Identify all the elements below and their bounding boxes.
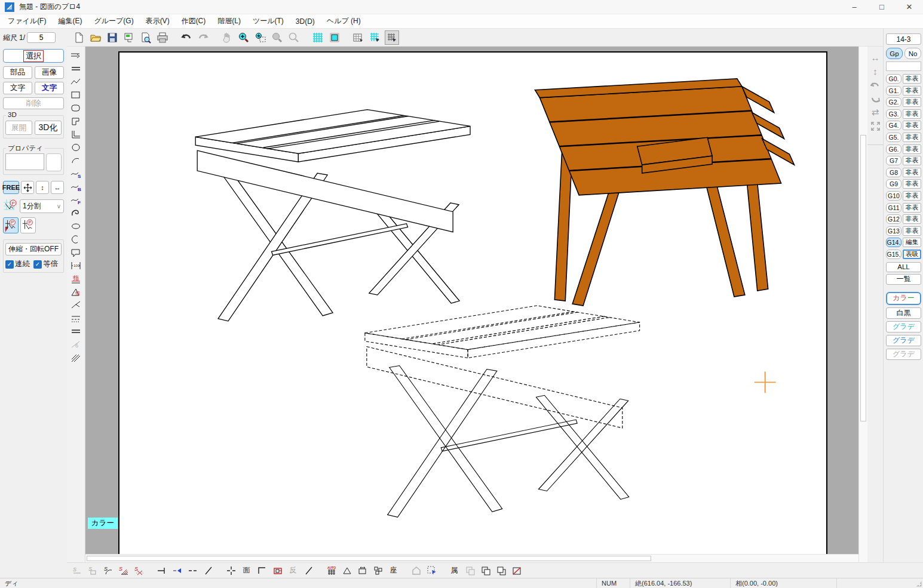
part-button[interactable]: 部品 — [3, 66, 32, 79]
rectangle-icon[interactable] — [69, 88, 83, 101]
move-all-directions-button[interactable] — [21, 181, 34, 194]
layer-g7-state[interactable]: 非表 — [903, 156, 921, 165]
layer-g13-button[interactable]: G13 — [886, 226, 901, 236]
flip-vertical-icon[interactable]: ↕ — [869, 65, 881, 77]
swap-icon[interactable]: ⇄ — [869, 106, 881, 118]
grid-snap-icon[interactable]: P — [3, 199, 18, 214]
vertical-scrollbar[interactable] — [858, 47, 867, 562]
print-icon[interactable] — [155, 30, 170, 45]
divide-select[interactable]: 1分割 ∨ — [20, 199, 64, 213]
layer-g14-button[interactable]: G14. — [886, 238, 901, 247]
layer-g14-state[interactable]: 編集 — [903, 238, 921, 247]
text-button[interactable]: 文字 — [3, 82, 32, 94]
snap-free-icon[interactable]: S — [70, 564, 83, 577]
layer-g5-state[interactable]: 非表 — [903, 133, 921, 142]
menu-layer[interactable]: 階層(L) — [212, 14, 246, 28]
horizontal-scrollbar[interactable] — [85, 554, 858, 562]
flip-horizontal-icon[interactable]: ↔ — [869, 51, 881, 63]
slash-icon[interactable] — [202, 564, 214, 577]
layer-g9-state[interactable]: 非表 — [903, 179, 921, 189]
attribute-icon[interactable]: 属 — [448, 564, 461, 577]
group-mode-button[interactable]: Gp — [886, 48, 903, 59]
pan-hand-icon[interactable] — [220, 30, 234, 45]
rotate-left-icon[interactable] — [869, 79, 881, 91]
background-color-icon[interactable] — [327, 30, 342, 45]
open-file-icon[interactable] — [88, 30, 103, 45]
to-3d-button[interactable]: 3D化 — [35, 121, 62, 135]
all-layers-button[interactable]: ALL — [886, 262, 921, 272]
layer-g1-button[interactable]: G1. — [886, 86, 901, 96]
menu-edit[interactable]: 編集(E) — [53, 14, 87, 28]
layer-g3-button[interactable]: G3. — [886, 109, 901, 119]
point-arrow-icon[interactable] — [171, 564, 183, 577]
layer-g5-button[interactable]: G5. — [886, 133, 901, 142]
zoom-out-icon[interactable] — [270, 30, 284, 45]
dash-pair-icon[interactable] — [186, 564, 199, 577]
number-mode-button[interactable]: No — [904, 48, 921, 59]
layer-g0-state[interactable]: 非表 — [903, 74, 921, 84]
balloon-icon[interactable] — [69, 246, 83, 258]
layer-g10-state[interactable]: 非表 — [903, 191, 921, 201]
vertical-scrollbar-thumb[interactable] — [860, 135, 866, 421]
property-button[interactable] — [46, 153, 62, 171]
layer-list-button[interactable]: 一覧 — [886, 274, 921, 285]
free-move-button[interactable]: FREE — [3, 181, 19, 194]
menu-3d[interactable]: 3D(D) — [290, 16, 320, 27]
layer-grid-settings-icon[interactable] — [385, 30, 399, 45]
property-field[interactable] — [5, 153, 44, 170]
open-arc-icon[interactable] — [69, 233, 83, 245]
line-arrow-icon[interactable] — [69, 49, 83, 61]
horizontal-scrollbar-thumb[interactable] — [87, 556, 651, 561]
equal-scale-checkbox[interactable]: ✓ 等倍 — [33, 259, 58, 269]
layer-g4-state[interactable]: 非表 — [903, 121, 921, 130]
polygon-icon[interactable] — [69, 115, 83, 127]
spline-b-icon[interactable]: B — [69, 180, 83, 193]
rotate-right-icon[interactable] — [869, 93, 881, 104]
dim-marker-icon[interactable]: 指 — [69, 272, 83, 285]
snap-hatch-icon[interactable]: S — [117, 564, 130, 577]
center-mark-icon[interactable] — [225, 564, 237, 577]
save-icon[interactable] — [105, 30, 119, 45]
continuous-checkbox[interactable]: ✓ 連続 — [5, 259, 30, 269]
menu-tool[interactable]: ツール(T) — [247, 14, 289, 28]
scale-input[interactable] — [27, 32, 56, 43]
slash-2-icon[interactable] — [302, 564, 315, 577]
auto-dimension-icon[interactable]: AUTO — [325, 564, 338, 577]
overlap-front-icon[interactable] — [479, 564, 492, 577]
grid-settings-icon[interactable] — [368, 30, 382, 45]
circle-icon[interactable] — [69, 141, 83, 153]
layer-g7-button[interactable]: G7 — [886, 156, 901, 165]
linetype-double-icon[interactable] — [69, 325, 83, 337]
parallel-lines-icon[interactable] — [69, 62, 83, 75]
redo-icon[interactable] — [196, 30, 210, 45]
display-gradient3-button[interactable]: グラデ — [886, 349, 921, 360]
snap-arc-icon[interactable]: S — [102, 564, 114, 577]
layer-g10-button[interactable]: G10 — [886, 191, 901, 201]
zoom-previous-icon[interactable] — [287, 30, 301, 45]
hatch-lines-icon[interactable] — [69, 351, 83, 364]
delete-button[interactable]: 削除 — [3, 97, 64, 109]
layer-g15-state[interactable]: 表吸 — [903, 250, 921, 259]
new-file-icon[interactable] — [72, 30, 86, 45]
diagonal-box-icon[interactable] — [510, 564, 523, 577]
display-mono-button[interactable]: 白黒 — [886, 307, 921, 319]
layer-g9-button[interactable]: G9 — [886, 179, 901, 189]
layer-g13-state[interactable]: 非表 — [903, 226, 921, 236]
mid-box-icon[interactable] — [271, 564, 284, 577]
snap-point-on-button[interactable]: P — [3, 217, 19, 233]
layer-g12-button[interactable]: G12 — [886, 214, 901, 224]
layer-g3-state[interactable]: 非表 — [903, 109, 921, 119]
layer-name-field[interactable] — [886, 61, 921, 71]
layer-g0-button[interactable]: G0. — [886, 74, 901, 84]
display-gradient2-button[interactable]: グラデ — [886, 335, 921, 346]
table-rendered-3d[interactable] — [535, 79, 795, 306]
arc-icon[interactable] — [69, 154, 83, 167]
menu-help[interactable]: ヘルプ (H) — [321, 14, 366, 28]
select-area-icon[interactable] — [425, 564, 438, 577]
copy-layer-icon[interactable] — [464, 564, 476, 577]
measure-disabled-icon[interactable]: 6 — [69, 338, 83, 350]
fit-view-icon[interactable] — [869, 120, 881, 132]
layer-g11-state[interactable]: 非表 — [903, 203, 921, 213]
table-hidden-line[interactable] — [365, 306, 640, 517]
grid-toggle-icon[interactable] — [311, 30, 325, 45]
